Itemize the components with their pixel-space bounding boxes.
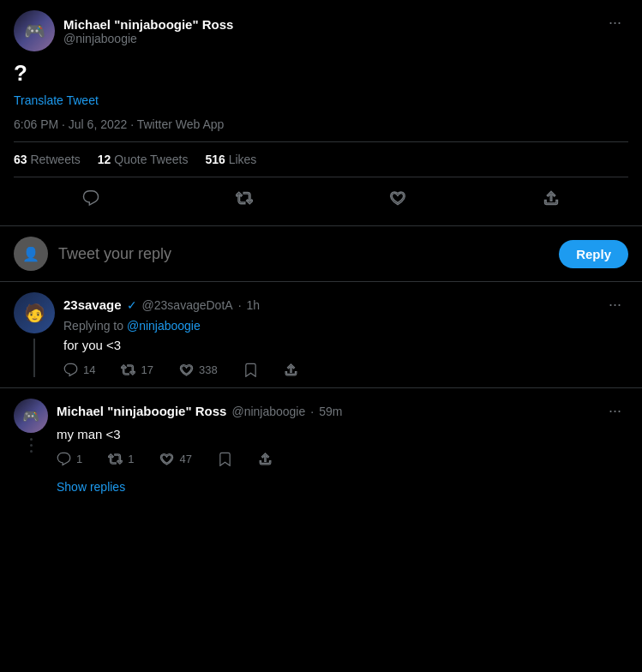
comment-action-1[interactable]: 14 — [63, 363, 95, 377]
avatar-23savage[interactable]: 🧑 — [14, 292, 55, 333]
reply-display-name-2: Michael "ninjaboogie" Ross — [57, 404, 226, 418]
share-action-2[interactable] — [258, 452, 273, 466]
reply-time-2: · — [310, 405, 314, 418]
reply-header-1: 23savage ✓ @23savageDotA · 1h ··· — [63, 292, 628, 317]
reply-header-left-2: Michael "ninjaboogie" Ross @ninjaboogie … — [57, 404, 342, 418]
tweet-timestamp: 6:06 PM · Jul 6, 2022 · Twitter Web App — [14, 117, 628, 131]
reply-left-2: 🎮 — [14, 399, 48, 504]
verified-badge-1: ✓ — [127, 298, 137, 312]
like-count-1: 338 — [199, 363, 218, 376]
like-count-2: 47 — [179, 453, 191, 465]
quote-tweets-count: 12 — [98, 153, 111, 166]
reply-content-1: 23savage ✓ @23savageDotA · 1h ··· Replyi… — [63, 292, 628, 377]
retweets-label: Retweets — [30, 153, 80, 166]
replying-to-1: Replying to @ninjaboogie — [63, 319, 628, 333]
reply-tweet-inner-2: 🎮 Michael "ninjaboogie" Ross @ninjaboogi… — [14, 388, 628, 504]
reply-thread-line — [33, 339, 35, 377]
reply-time-1: · — [238, 298, 242, 312]
user-info: Michael "ninjaboogie" Ross @ninjaboogie — [63, 17, 233, 45]
quote-tweets-stat[interactable]: 12 Quote Tweets — [98, 153, 189, 166]
nested-reply-wrapper: 🎮 Michael "ninjaboogie" Ross @ninjaboogi… — [0, 388, 642, 504]
dot-3 — [30, 450, 33, 453]
avatar[interactable]: 🎮 — [14, 10, 55, 51]
reply-text-1: for you <3 — [63, 336, 628, 354]
reply-actions-1: 14 17 338 — [63, 363, 628, 377]
reply-bottom-dots — [30, 438, 33, 504]
reply-tweet-inner-1: 🧑 23savage ✓ @23savageDotA · 1h ··· Repl… — [14, 292, 628, 377]
reply-input[interactable] — [58, 245, 549, 263]
retweet-button[interactable] — [227, 181, 261, 215]
reply-username-1: @23savageDotA — [142, 298, 233, 312]
share-action-1[interactable] — [284, 363, 298, 377]
dot-2 — [30, 444, 33, 447]
reply-tweet-1: 🧑 23savage ✓ @23savageDotA · 1h ··· Repl… — [0, 282, 642, 388]
tweet-actions — [14, 177, 628, 225]
comment-action-2[interactable]: 1 — [57, 452, 82, 466]
tweet-header-left: 🎮 Michael "ninjaboogie" Ross @ninjaboogi… — [14, 10, 233, 51]
replies-section: 🧑 23savage ✓ @23savageDotA · 1h ··· Repl… — [0, 282, 642, 504]
bookmark-action-1[interactable] — [243, 363, 258, 377]
bookmark-action-2[interactable] — [218, 452, 232, 466]
reply-avatar: 👤 — [14, 237, 48, 271]
reply-display-name-1: 23savage — [63, 297, 122, 312]
quote-tweets-label: Quote Tweets — [114, 153, 188, 166]
tweet-content: ? Translate Tweet — [14, 60, 628, 107]
retweet-action-2[interactable]: 1 — [108, 452, 134, 466]
retweets-stat[interactable]: 63 Retweets — [14, 153, 81, 166]
reply-more-options-1[interactable]: ··· — [602, 292, 628, 317]
dot-1 — [30, 438, 33, 441]
retweet-action-1[interactable]: 17 — [121, 363, 153, 377]
like-action-1[interactable]: 338 — [179, 363, 218, 377]
reply-time-value-2: 59m — [319, 405, 342, 418]
reply-button[interactable]: Reply — [559, 240, 628, 268]
reply-more-options-2[interactable]: ··· — [602, 399, 628, 423]
reply-username-2: @ninjaboogie — [231, 405, 305, 418]
mention-1: @ninjaboogie — [127, 319, 201, 333]
reply-text-2: my man <3 — [57, 425, 628, 443]
reply-left-1: 🧑 — [14, 292, 55, 377]
display-name: Michael "ninjaboogie" Ross — [63, 17, 233, 32]
like-action-2[interactable]: 47 — [159, 452, 191, 466]
likes-stat[interactable]: 516 Likes — [205, 153, 256, 166]
like-button[interactable] — [381, 181, 415, 215]
avatar-ninjaboogie2[interactable]: 🎮 — [14, 399, 48, 433]
reply-header-left-1: 23savage ✓ @23savageDotA · 1h — [63, 297, 260, 312]
show-replies-button[interactable]: Show replies — [57, 470, 628, 504]
stats-row: 63 Retweets 12 Quote Tweets 516 Likes — [14, 142, 628, 177]
reply-content-2: Michael "ninjaboogie" Ross @ninjaboogie … — [57, 399, 628, 504]
reply-time-value-1: 1h — [247, 298, 261, 312]
reply-actions-2: 1 1 47 — [57, 452, 628, 466]
retweets-count: 63 — [14, 153, 27, 166]
translate-link[interactable]: Translate Tweet — [14, 93, 628, 107]
tweet-text: ? — [14, 60, 628, 87]
retweet-count-1: 17 — [141, 363, 153, 376]
reply-header-2: Michael "ninjaboogie" Ross @ninjaboogie … — [57, 399, 628, 423]
more-options-button[interactable]: ··· — [602, 10, 628, 35]
comment-count-2: 1 — [76, 453, 82, 465]
username: @ninjaboogie — [63, 32, 233, 45]
comment-button[interactable] — [74, 181, 108, 215]
share-button[interactable] — [534, 181, 568, 215]
comment-count-1: 14 — [83, 363, 95, 376]
likes-label: Likes — [229, 153, 257, 166]
tweet-header: 🎮 Michael "ninjaboogie" Ross @ninjaboogi… — [14, 10, 628, 51]
likes-count: 516 — [205, 153, 225, 166]
reply-box: 👤 Reply — [0, 226, 642, 282]
main-tweet: 🎮 Michael "ninjaboogie" Ross @ninjaboogi… — [0, 0, 642, 226]
retweet-count-2: 1 — [128, 453, 134, 465]
